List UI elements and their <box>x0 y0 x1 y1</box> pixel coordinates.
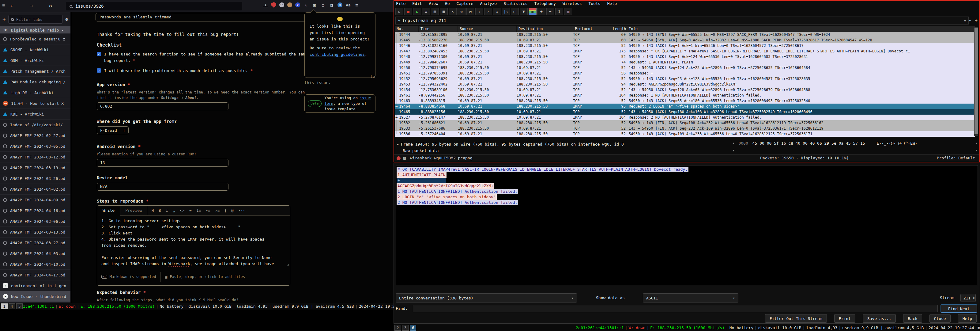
stream-content[interactable]: * OK [CAPABILITY IMAP4rev1 SASL-IR LOGIN… <box>396 165 978 285</box>
go-to-packet-icon[interactable]: ⇓ <box>493 8 501 15</box>
workspace-button[interactable]: 6 <box>410 325 417 331</box>
raw-packet-data-row[interactable]: Raw packet data <box>396 147 730 154</box>
sidebar-tab[interactable]: Poročevalec o sesutju z <box>0 34 70 45</box>
app-version-field[interactable]: 6.802 <box>97 102 229 110</box>
packet-row[interactable]: 19446 -12.810238160 10.69.87.21 188.230.… <box>395 43 975 48</box>
packet-row[interactable]: →19464 -8.883854668 10.69.87.21 188.230.… <box>395 104 975 109</box>
show-data-as-select[interactable]: ASCII <box>643 293 738 302</box>
auto-scroll-icon[interactable]: ▼ <box>520 8 528 15</box>
app-grid-icon[interactable]: ▦ <box>2 3 5 7</box>
menu-item[interactable]: Edit <box>412 1 422 6</box>
workspace-button[interactable]: 1 <box>1 304 8 309</box>
sidebar-tab[interactable]: GDM - ArchWiki <box>0 55 70 66</box>
packet-row[interactable]: 19451 -12.797855391 188.230.215.50 10.69… <box>395 70 975 76</box>
notes-extension-icon[interactable]: ▢ <box>320 2 326 8</box>
go-first-packet-icon[interactable]: |‹ <box>502 8 510 15</box>
sidebar-tab[interactable]: ANA2P FMF 2024-04-09.pd <box>0 195 70 205</box>
menu-item[interactable]: Analyze <box>480 1 497 6</box>
sidebar-tab[interactable]: ANA2P FMF 2024-03-26.pd <box>0 173 70 184</box>
capture-stop-icon[interactable]: ■ <box>404 8 412 15</box>
resize-grip-icon[interactable]: ◢ <box>287 261 289 267</box>
device-model-field[interactable]: N/A <box>97 183 229 190</box>
more-icon[interactable]: ··· <box>238 208 245 213</box>
contributing-guidelines-link[interactable]: contributing guidelines <box>310 52 365 57</box>
sidebar-tab[interactable]: ANA2V FMF 2024-04-03.pd <box>0 248 70 259</box>
filter-add-icon[interactable]: + <box>975 18 978 23</box>
stream-number-spinner[interactable]: 211 ▲▼ <box>960 294 976 302</box>
column-header[interactable]: Protocol <box>573 26 611 32</box>
attach-files-target[interactable]: ▣ Paste, drop, or click to add files <box>161 272 249 281</box>
display-filter-bar[interactable]: ⚑ tcp.stream eq 211 ▾ <box>395 16 969 24</box>
menu-item[interactable]: Wireless <box>563 1 582 6</box>
menu-item[interactable]: View <box>429 1 438 6</box>
sidebar-tab[interactable]: ANA2V FMF 2024-04-17.pd <box>0 270 70 280</box>
capture-restart-icon[interactable]: ◣ <box>413 8 421 15</box>
packet-row[interactable]: 19463 -8.883934815 10.69.87.21 188.230.2… <box>395 98 975 104</box>
packet-row[interactable]: 19453 -12.794322402 10.69.87.21 188.230.… <box>395 82 975 87</box>
task-list-icon[interactable]: ✓≡ <box>215 208 219 213</box>
sidebar-tab[interactable]: PAM Modules debugging / <box>0 77 70 87</box>
sidebar-tab[interactable]: ANA2V FMF 2024-03-27.pd <box>0 238 70 248</box>
mask-extension-icon[interactable]: •• <box>279 2 284 7</box>
tab-preview[interactable]: Preview <box>120 206 147 216</box>
expert-info-icon[interactable] <box>396 156 401 160</box>
sidebar-tab[interactable]: environment of init gen <box>0 280 70 291</box>
sidebar-tab[interactable]: LightDM - ArchWiki <box>0 87 70 98</box>
packet-row[interactable]: ←19527 -5.270870147 188.230.215.50 10.69… <box>395 115 975 120</box>
colorize-icon[interactable]: ≡ <box>528 8 536 15</box>
sidebar-tab[interactable]: Digital mobile radio - <box>0 26 70 34</box>
go-back-icon[interactable]: ‹ <box>475 8 483 15</box>
close-capture-icon[interactable]: × <box>449 8 457 15</box>
packet-row[interactable]: 19465 -8.883825156 188.230.215.50 10.69.… <box>395 109 975 115</box>
packet-row[interactable]: 19450 -12.798374695 188.230.215.50 10.69… <box>395 65 975 70</box>
pointer-extension-icon[interactable]: ↖ <box>303 2 309 8</box>
sidebar-tab[interactable]: ANA2P FMF 2024-03-19.pd <box>0 162 70 173</box>
quote-icon[interactable]: „ <box>173 208 175 213</box>
forward-icon[interactable]: → <box>30 3 33 9</box>
sidebar-tab[interactable]: Patch management / Arch <box>0 66 70 77</box>
filter-tabs-input[interactable]: Filter tabs <box>8 15 63 24</box>
filter-bookmark-icon[interactable]: ⚑ <box>398 18 400 23</box>
badge-26-extension-icon[interactable]: 26 <box>337 2 342 7</box>
tray-icon[interactable]: ▣ <box>978 326 980 330</box>
print-button[interactable]: Print <box>834 314 855 323</box>
packet-row[interactable]: 19447 -12.802482453 188.230.215.50 10.69… <box>395 48 975 54</box>
filter-dropdown-icon[interactable]: ▾ <box>964 18 967 24</box>
close-button[interactable]: Close <box>929 314 951 323</box>
sidebar-tab[interactable]: ANA2V FMF 2024-04-10.pd <box>0 259 70 270</box>
workspace-button[interactable]: 3 <box>402 325 409 331</box>
menu-item[interactable]: File <box>396 1 406 6</box>
column-header[interactable]: No. <box>395 26 418 32</box>
profile-indicator[interactable]: Profile: Default <box>937 156 975 160</box>
sidebar-tab[interactable]: ANA2P FMF 2024-04-16.pd <box>0 205 70 216</box>
reload-capture-icon[interactable]: ↻ <box>458 8 466 15</box>
packet-row[interactable]: 19536 -5.257246404 10.69.87.21 188.230.2… <box>395 131 975 137</box>
packet-row[interactable]: 19445 -12.815807270 188.230.215.50 10.69… <box>395 37 975 43</box>
checkbox-checked-icon[interactable] <box>97 68 101 73</box>
bytes-scrollbar[interactable]: ▲▼ <box>733 141 734 152</box>
sidebar-tab[interactable]: GNOME - ArchWiki <box>0 45 70 55</box>
issue-title-input[interactable]: Passwords are silently trimmed <box>95 13 310 21</box>
packet-row[interactable]: 19454 -12.753689106 188.230.215.50 10.69… <box>395 87 975 93</box>
column-header[interactable]: Destination <box>517 26 573 32</box>
bullet-list-icon[interactable]: •≡ <box>206 208 210 213</box>
column-header[interactable]: Time <box>418 26 458 32</box>
column-header[interactable]: Length <box>611 26 627 32</box>
find-packet-icon[interactable]: ◎ <box>466 8 474 15</box>
column-header[interactable]: Source <box>458 26 517 32</box>
save-as-button[interactable]: Save as... <box>863 314 896 323</box>
packet-row[interactable]: 19532 -5.261686621 10.69.87.21 188.230.2… <box>395 120 975 126</box>
reload-icon[interactable]: ↻ <box>49 3 52 9</box>
go-forward-icon[interactable]: › <box>484 8 492 15</box>
packet-list-scrollbar[interactable] <box>974 27 978 136</box>
save-capture-icon[interactable]: ▦ <box>440 8 448 15</box>
open-capture-icon[interactable]: ▤ <box>431 8 439 15</box>
zoom-out-icon[interactable]: − <box>546 8 554 15</box>
frame-detail-row[interactable]: ▸Frame 19464: 95 bytes on wire (760 bits… <box>396 141 730 147</box>
android-version-field[interactable]: 13 <box>97 159 229 167</box>
download-icon[interactable]: ↓ <box>263 2 268 7</box>
zoom-reset-icon[interactable]: 1 <box>555 8 563 15</box>
menu-item[interactable]: Go <box>445 1 450 6</box>
sidebar-tab[interactable]: ANA2P FMF 2024-02-27.pd <box>0 130 70 141</box>
heading-icon[interactable]: H <box>151 208 154 213</box>
